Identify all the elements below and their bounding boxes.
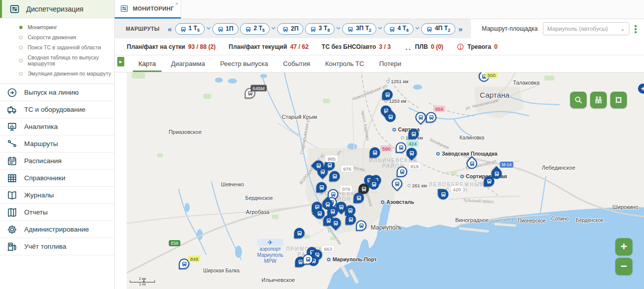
bullet-icon xyxy=(19,46,23,49)
routes-label: МАРШРУТЫ xyxy=(126,26,159,32)
zoom-out-button[interactable]: − xyxy=(615,258,632,275)
tab-1[interactable]: Карта xyxy=(131,60,164,72)
bus-icon xyxy=(486,178,492,184)
map-route-badge: 985 xyxy=(326,156,338,162)
bus-icon xyxy=(330,208,336,214)
tab-3[interactable]: Реестр выпуска xyxy=(212,60,275,72)
chevron-down-icon[interactable] xyxy=(271,26,276,31)
bus-marker[interactable] xyxy=(484,176,495,186)
map-area-select-button[interactable] xyxy=(610,92,627,108)
bus-icon xyxy=(387,114,393,120)
route-chip-3[interactable]: 2 Т5 xyxy=(240,23,270,35)
route-chips: 1 Т51П2 Т52П3 Т83П Т24 Т64П Т2 xyxy=(175,23,455,35)
zoom-in-button[interactable]: + xyxy=(615,238,632,255)
map-route-badge: E58 xyxy=(169,240,180,246)
sidebar-subitem-1[interactable]: Мониторинг xyxy=(0,22,114,32)
sidebar-item-6[interactable]: Справочники xyxy=(0,170,114,187)
bus-marker[interactable] xyxy=(316,182,327,192)
expand-panel-button[interactable]: ▶ xyxy=(117,57,124,66)
window-tab-bar: МОНИТОРИНГ × xyxy=(115,0,644,19)
map-passengers-button[interactable] xyxy=(590,92,607,108)
bus-icon xyxy=(318,184,325,190)
map-place-label: Калиновка xyxy=(459,135,484,140)
sidebar-item-label: Учёт топлива xyxy=(24,243,66,250)
bus-marker[interactable] xyxy=(426,112,437,122)
bus-icon xyxy=(356,195,362,201)
bus-marker[interactable] xyxy=(397,166,408,177)
map-road-label: Старокрымская ул. xyxy=(299,116,310,155)
bus-marker[interactable] xyxy=(396,142,407,153)
stat-label: ПЛВ xyxy=(415,43,428,50)
sidebar-item-1[interactable]: Выпуск на линию xyxy=(0,84,114,101)
tab-6[interactable]: Потери xyxy=(372,60,409,72)
expand-routes-icon[interactable]: » xyxy=(458,25,462,33)
route-chip-7[interactable]: 4 Т6 xyxy=(384,23,414,35)
bus-marker[interactable] xyxy=(313,160,324,171)
chevron-down-icon[interactable] xyxy=(336,26,341,31)
tab-2[interactable]: Диаграмма xyxy=(164,60,213,72)
map-route-badge: М-14 xyxy=(500,162,513,168)
route-site-select[interactable]: Мариуполь (автобусы) ⌄ xyxy=(543,22,629,35)
bus-marker[interactable] xyxy=(382,89,393,100)
bus-marker[interactable] xyxy=(331,218,341,228)
bus-marker[interactable] xyxy=(303,254,313,264)
monitoring-tab-label: МОНИТОРИНГ xyxy=(133,6,174,12)
bus-marker[interactable] xyxy=(330,171,340,181)
map-route-badge: 420 xyxy=(451,186,463,193)
bus-marker[interactable] xyxy=(294,228,305,238)
tab-4[interactable]: События xyxy=(276,60,318,72)
map-search-button[interactable] xyxy=(570,92,587,108)
bus-icon xyxy=(316,210,323,216)
map-station-label: Азовсталь xyxy=(381,199,414,205)
route-site-panel: Маршрут-площадка Мариуполь (автобусы) ⌄ … xyxy=(471,19,644,38)
bus-marker[interactable] xyxy=(392,178,403,189)
chevron-down-icon[interactable] xyxy=(415,26,420,31)
route-chip-2[interactable]: 1П xyxy=(212,23,238,35)
sidebar-item-10[interactable]: Учёт топлива xyxy=(0,238,114,255)
collapse-routes-icon[interactable]: « xyxy=(168,25,172,33)
sidebar-subitem-4[interactable]: Сводная таблица по выпуску маршрутов xyxy=(0,52,114,68)
map[interactable]: Старый КрымПриазовскоеШевченкоБердянское… xyxy=(127,73,644,289)
chevron-down-icon[interactable] xyxy=(378,26,382,31)
bus-marker[interactable] xyxy=(346,214,356,225)
sidebar-subitem-3[interactable]: Поиск ТС в заданной области xyxy=(0,42,114,52)
map-place-label: Шевченко xyxy=(221,182,244,187)
route-chip-8[interactable]: 4П Т2 xyxy=(421,23,455,35)
route-chip-label: 2 Т5 xyxy=(254,25,265,33)
sidebar-item-2[interactable]: ТС и оборудование xyxy=(0,101,114,118)
map-road-label: просп. Карпова xyxy=(360,110,370,140)
sidebar-item-9[interactable]: Администрирование xyxy=(0,221,114,238)
route-chip-4[interactable]: 2П xyxy=(277,23,303,35)
bus-marker[interactable] xyxy=(370,147,380,158)
monitoring-tab-icon xyxy=(120,4,129,13)
sidebar-item-7[interactable]: Журналы xyxy=(0,187,114,204)
bus-marker[interactable] xyxy=(467,158,477,169)
sidebar-subitem-label: Мониторинг xyxy=(28,24,57,30)
sidebar-subitem-2[interactable]: Скорости движения xyxy=(0,32,114,42)
bus-marker[interactable] xyxy=(416,112,426,122)
sidebar-item-8[interactable]: Отчеты xyxy=(0,204,114,221)
bus-marker[interactable] xyxy=(369,179,379,189)
route-chip-1[interactable]: 1 Т5 xyxy=(175,23,205,35)
bus-icon xyxy=(358,223,364,229)
bus-marker[interactable] xyxy=(385,111,396,122)
sidebar-item-5[interactable]: Расписания xyxy=(0,153,114,170)
bus-marker[interactable] xyxy=(356,220,367,231)
close-icon[interactable]: × xyxy=(175,1,178,7)
sidebar-item-3[interactable]: Аналитика xyxy=(0,118,114,135)
sidebar-subitem-5[interactable]: Эмуляция движения по маршруту xyxy=(0,68,114,79)
stat-item-2: План/факт текущий47 / 62 xyxy=(229,43,309,50)
bus-marker[interactable] xyxy=(409,128,419,139)
sidebar-item-dispatching[interactable]: Диспетчеризация xyxy=(0,0,114,18)
route-chip-5[interactable]: 3 Т8 xyxy=(305,23,335,35)
tab-5[interactable]: Контроль ТС xyxy=(317,60,371,72)
tab-monitoring[interactable]: МОНИТОРИНГ × xyxy=(115,0,181,19)
bus-marker[interactable] xyxy=(407,148,417,158)
chevron-down-icon[interactable] xyxy=(206,26,211,31)
route-chip-6[interactable]: 3П Т2 xyxy=(342,23,376,35)
kebab-menu-icon[interactable]: ••• xyxy=(634,25,637,33)
bus-icon xyxy=(428,114,434,120)
bus-marker[interactable] xyxy=(438,189,449,199)
bus-marker[interactable] xyxy=(354,192,364,203)
sidebar-item-4[interactable]: Маршруты xyxy=(0,135,114,153)
